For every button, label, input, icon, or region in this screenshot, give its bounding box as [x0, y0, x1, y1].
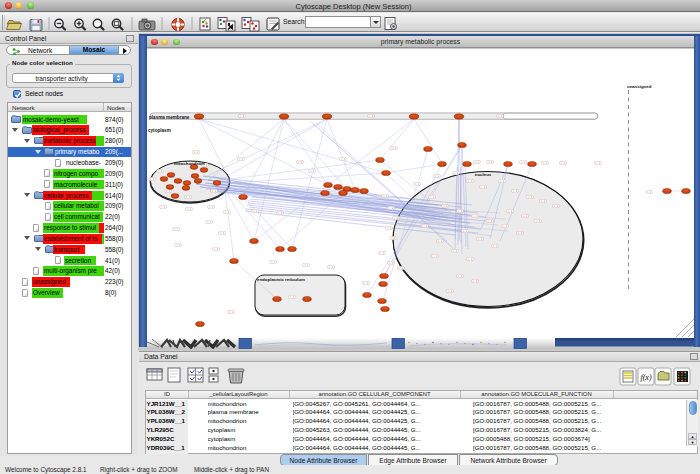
svg-text:cytoplasm: cytoplasm: [148, 127, 171, 132]
svg-text:endoplasmic reticulum: endoplasmic reticulum: [257, 277, 305, 282]
svg-text:plasma membrane: plasma membrane: [149, 114, 190, 119]
svg-text:f(x): f(x): [640, 373, 651, 382]
svg-text:mitochondrion: mitochondrion: [174, 161, 205, 166]
svg-text:nucleus: nucleus: [475, 171, 492, 176]
svg-text:unassigned: unassigned: [627, 84, 652, 89]
